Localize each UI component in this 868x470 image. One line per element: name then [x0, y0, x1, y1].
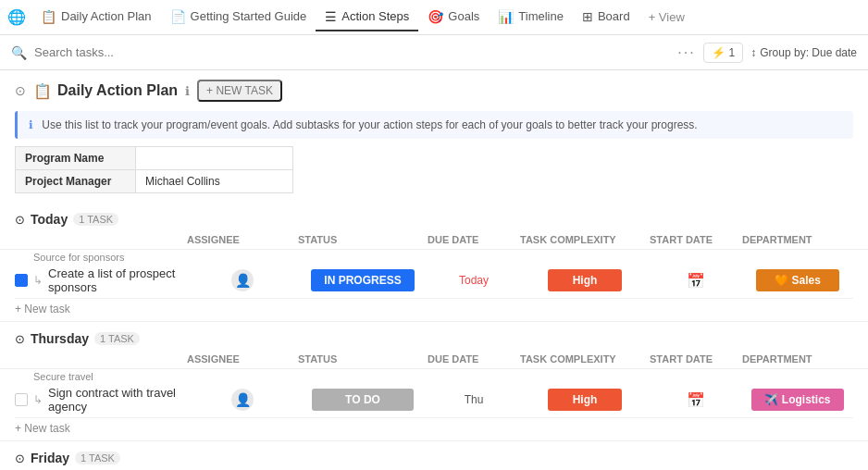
tab-timeline[interactable]: 📊Timeline	[489, 4, 573, 31]
col-headers-thursday: ASSIGNEE STATUS DUE DATE TASK COMPLEXITY…	[0, 350, 868, 369]
dept-badge-task-2[interactable]: ✈️ Logistics	[751, 389, 843, 411]
dept-badge-task-1[interactable]: 🧡 Sales	[756, 269, 839, 291]
calendar-icon-task-2[interactable]: 📅	[687, 391, 705, 409]
col-headers-today: ASSIGNEE STATUS DUE DATE TASK COMPLEXITY…	[0, 230, 868, 250]
complexity-cell-task-1: High	[520, 269, 650, 291]
task-name-cell-task-2: ↳ Sign contract with travel agency	[15, 386, 187, 414]
dept-cell-task-2: ✈️ Logistics	[742, 389, 853, 411]
due-cell-task-1: Today	[428, 274, 520, 287]
info-box: ℹ Use this list to track your program/ev…	[15, 111, 853, 139]
tab-board[interactable]: ⊞Board	[573, 4, 639, 31]
col-assignee: ASSIGNEE	[187, 353, 298, 365]
info-box-icon: ℹ	[29, 118, 33, 131]
section-title-today: Today	[31, 212, 68, 227]
col-department: DEPARTMENT	[742, 353, 853, 365]
section-friday: ⊙ Friday 1 TASK ASSIGNEE STATUS DUE DATE…	[0, 443, 868, 470]
status-cell-task-2: TO DO	[298, 389, 428, 411]
section-thursday: ⊙ Thursday 1 TASK ASSIGNEE STATUS DUE DA…	[0, 324, 868, 441]
section-count-friday: 1 TASK	[75, 451, 120, 464]
task-checkbox-task-1[interactable]	[15, 274, 28, 287]
tab-icon-board: ⊞	[582, 9, 593, 24]
col-due-date: DUE DATE	[428, 353, 520, 365]
tab-icon-daily-action-plan: 📋	[41, 9, 56, 24]
new-task-button[interactable]: + NEW TASK	[197, 80, 282, 102]
task-group-today: Source for sponsors ↳ Create a list of p…	[0, 250, 868, 299]
field-label: Project Manager	[16, 170, 136, 193]
add-view-tab[interactable]: + View	[641, 5, 692, 30]
col-status: STATUS	[298, 234, 428, 245]
filter-icon: ⚡	[712, 46, 725, 59]
field-value[interactable]	[136, 147, 293, 170]
tab-daily-action-plan[interactable]: 📋Daily Action Plan	[31, 4, 161, 31]
col-assignee: ASSIGNEE	[187, 234, 298, 245]
group-by-button[interactable]: ↕ Group by: Due date	[750, 46, 857, 59]
due-date-task-2: Thu	[465, 393, 484, 406]
new-task-row-thursday[interactable]: + New task	[0, 418, 868, 439]
tab-action-steps[interactable]: ☰Action Steps	[316, 4, 418, 31]
plan-emoji: 📋	[33, 82, 52, 100]
status-cell-task-1: IN PROGRESS	[298, 269, 428, 291]
tab-label-timeline: Timeline	[518, 9, 564, 23]
tab-goals[interactable]: 🎯Goals	[418, 4, 489, 31]
main-content: ⊙ 📋 Daily Action Plan ℹ + NEW TASK ℹ Use…	[0, 70, 868, 470]
col-task	[15, 234, 187, 245]
section-collapse-icon-today[interactable]: ⊙	[15, 213, 25, 227]
tab-icon-action-steps: ☰	[325, 9, 337, 24]
complexity-badge-task-1: High	[548, 269, 622, 291]
section-collapse-icon-thursday[interactable]: ⊙	[15, 332, 25, 346]
fields-table: Program NameProject ManagerMichael Colli…	[15, 146, 293, 193]
info-box-text: Use this list to track your program/even…	[42, 118, 697, 131]
app-icon: 🌐	[7, 8, 26, 26]
due-date-task-1: Today	[459, 274, 489, 287]
section-title-thursday: Thursday	[31, 331, 89, 346]
task-sub-icon-task-2: ↳	[33, 393, 43, 406]
section-count-thursday: 1 TASK	[94, 332, 140, 345]
task-name-task-2: Sign contract with travel agency	[48, 386, 187, 414]
assignee-avatar-task-2[interactable]: 👤	[231, 389, 254, 411]
section-divider-thursday	[0, 440, 868, 441]
status-badge-task-1[interactable]: IN PROGRESS	[311, 269, 414, 291]
subtask-label-task-1: Source for sponsors	[15, 250, 853, 263]
task-sub-icon-task-1: ↳	[33, 274, 43, 287]
tab-label-getting-started: Getting Started Guide	[191, 9, 307, 23]
col-department: DEPARTMENT	[742, 234, 853, 245]
group-by-label: Group by: Due date	[760, 46, 857, 59]
assignee-cell-task-2: 👤	[187, 389, 298, 411]
search-bar: 🔍 ··· ⚡ 1 ↕ Group by: Due date	[0, 35, 868, 70]
section-divider-today	[0, 321, 868, 322]
tab-label-daily-action-plan: Daily Action Plan	[61, 9, 152, 23]
collapse-icon[interactable]: ⊙	[15, 83, 26, 98]
tab-bar: 🌐 📋Daily Action Plan📄Getting Started Gui…	[0, 0, 868, 35]
task-group-thursday: Secure travel ↳ Sign contract with trave…	[0, 369, 868, 418]
calendar-icon-task-1[interactable]: 📅	[687, 272, 705, 290]
filter-button[interactable]: ⚡ 1	[703, 43, 744, 63]
tab-icon-getting-started: 📄	[170, 9, 186, 24]
status-badge-task-2[interactable]: TO DO	[312, 389, 414, 411]
section-header-thursday: ⊙ Thursday 1 TASK	[0, 324, 868, 350]
task-name-cell-task-1: ↳ Create a list of prospect sponsors	[15, 266, 187, 294]
complexity-cell-task-2: High	[520, 389, 650, 411]
tab-icon-timeline: 📊	[498, 9, 514, 24]
plan-header: ⊙ 📋 Daily Action Plan ℹ + NEW TASK	[0, 70, 868, 107]
dept-cell-task-1: 🧡 Sales	[742, 269, 853, 291]
field-value[interactable]: Michael Collins	[136, 170, 293, 193]
due-cell-task-2: Thu	[428, 393, 520, 406]
search-icon: 🔍	[11, 45, 27, 60]
assignee-avatar-task-1[interactable]: 👤	[231, 269, 254, 291]
tab-getting-started[interactable]: 📄Getting Started Guide	[161, 4, 316, 31]
more-options-icon[interactable]: ···	[677, 44, 695, 61]
search-input[interactable]	[34, 45, 670, 59]
info-icon[interactable]: ℹ	[185, 84, 190, 98]
plan-title-text: Daily Action Plan	[57, 82, 178, 99]
new-task-row-today[interactable]: + New task	[0, 299, 868, 319]
tab-label-action-steps: Action Steps	[341, 9, 409, 23]
filter-count: 1	[729, 46, 736, 59]
task-checkbox-task-2[interactable]	[15, 393, 28, 406]
col-due-date: DUE DATE	[428, 234, 520, 245]
section-collapse-icon-friday[interactable]: ⊙	[15, 451, 25, 465]
col-start-date: START DATE	[650, 234, 742, 245]
field-label: Program Name	[16, 147, 136, 170]
field-row: Program Name	[16, 147, 293, 170]
section-title-friday: Friday	[31, 451, 69, 465]
tab-icon-goals: 🎯	[428, 9, 443, 24]
